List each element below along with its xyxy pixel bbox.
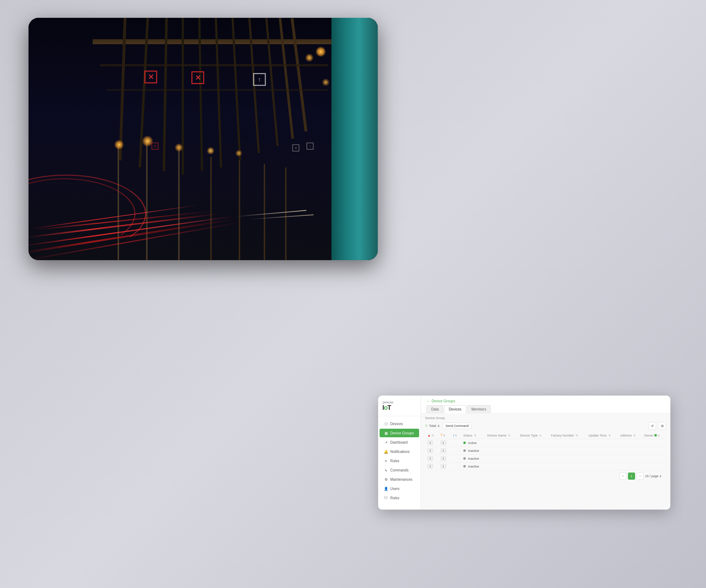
logo-area: QFROW IoT xyxy=(378,401,421,416)
cell-factory-number-1 xyxy=(549,447,586,455)
sidebar-item-dashboard[interactable]: ↗ Dashboard xyxy=(380,438,419,447)
prev-page-button[interactable]: ‹ xyxy=(619,473,627,480)
owner-dot xyxy=(654,434,657,437)
breadcrumb: ← Device Groups xyxy=(427,399,665,403)
cell-info-0 xyxy=(451,439,461,447)
app-panel: QFROW IoT ⬡ Devices ▦ Device Groups ↗ Da… xyxy=(378,396,670,510)
section-label: Device Group xyxy=(425,416,666,420)
cell-info-2 xyxy=(451,455,461,463)
devices-table: ▲⇅ ?⇅ i⇅ Status ⇅ Device Name ⇅ Device T… xyxy=(425,432,666,470)
status-text-1: Inactive xyxy=(468,449,479,453)
col-device-type[interactable]: Device Type ⇅ xyxy=(518,432,549,439)
sidebar-item-label: Dashboard xyxy=(390,440,408,444)
status-dot-0 xyxy=(463,442,466,444)
page-1-button[interactable]: 1 xyxy=(628,473,635,480)
cell-device-name-2 xyxy=(485,455,518,463)
table-row: 1 1 Inactive xyxy=(425,447,666,455)
filter-icon: ▽ xyxy=(425,424,428,428)
devices-icon: ⬡ xyxy=(384,422,388,426)
device-groups-icon: ▦ xyxy=(384,431,388,435)
row-btn-alert-1[interactable]: 1 xyxy=(427,448,433,453)
sidebar-item-label: Roles xyxy=(390,496,400,500)
cell-address-0 xyxy=(618,439,642,447)
col-status[interactable]: Status ⇅ xyxy=(461,432,485,439)
row-btn-warn-1[interactable]: 1 xyxy=(440,448,446,453)
sidebar-item-device-groups[interactable]: ▦ Device Groups xyxy=(380,429,419,437)
bridge-scene: ✕ ✕ ↑ ✕ ✕ ↑ xyxy=(29,18,378,260)
status-dot-2 xyxy=(463,457,466,460)
notification-icon: 🔔 xyxy=(384,449,388,454)
col-info: i⇅ xyxy=(451,432,461,439)
sidebar-item-rules[interactable]: ≡ Rules xyxy=(380,457,419,465)
cell-address-1 xyxy=(618,447,642,455)
cell-warn-1: 1 xyxy=(438,447,451,455)
cell-owner-1 xyxy=(642,447,666,455)
main-content: ← Device Groups Data Devices Members Dev… xyxy=(421,396,670,510)
users-icon: 👤 xyxy=(384,486,388,491)
sidebar-item-devices[interactable]: ⬡ Devices xyxy=(380,419,419,428)
refresh-button[interactable]: ↺ xyxy=(648,422,656,430)
status-text-2: Inactive xyxy=(468,457,479,460)
col-address[interactable]: Address ⇅ xyxy=(618,432,642,439)
col-update-time[interactable]: Update Time ⇅ xyxy=(586,432,618,439)
cell-device-name-3 xyxy=(485,463,518,470)
cell-alert-1: 1 xyxy=(425,447,438,455)
total-count: Total: 4 xyxy=(429,424,439,428)
cell-alert-3: 1 xyxy=(425,463,438,470)
cell-info-1 xyxy=(451,447,461,455)
status-dot-1 xyxy=(463,449,466,452)
monitor: ✕ ✕ ↑ ✕ ✕ ↑ xyxy=(29,18,378,260)
sidebar-item-commands[interactable]: ↳ Commands xyxy=(380,466,419,474)
content-header: ← Device Groups Data Devices Members xyxy=(421,396,670,413)
col-owner[interactable]: Owner ⇅ xyxy=(642,432,666,439)
cell-alert-0: 1 xyxy=(425,439,438,447)
tab-members[interactable]: Members xyxy=(467,405,491,413)
sidebar-item-label: Device Groups xyxy=(390,431,414,435)
table-area: Device Group ▽ Total: 4 Send Command ↺ ⚙… xyxy=(421,413,670,510)
row-btn-warn-2[interactable]: 1 xyxy=(440,456,446,461)
sidebar-item-roles[interactable]: 🛡 Roles xyxy=(380,494,419,502)
cell-factory-number-3 xyxy=(549,463,586,470)
send-command-button[interactable]: Send Command xyxy=(442,423,472,429)
cell-address-2 xyxy=(618,455,642,463)
tab-data[interactable]: Data xyxy=(427,405,443,413)
cell-device-type-1 xyxy=(518,447,549,455)
sidebar-item-label: Users xyxy=(390,487,400,491)
maintenances-icon: ⚙ xyxy=(384,477,388,481)
sidebar-item-notifications[interactable]: 🔔 Notifications xyxy=(380,447,419,456)
cell-owner-0 xyxy=(642,439,666,447)
col-alert: ▲⇅ xyxy=(425,432,438,439)
rules-icon: ≡ xyxy=(384,459,388,463)
cell-info-3 xyxy=(451,463,461,470)
cell-device-name-1 xyxy=(485,447,518,455)
next-page-button[interactable]: › xyxy=(637,473,644,480)
row-btn-alert-2[interactable]: 1 xyxy=(427,456,433,461)
sidebar-item-label: Commands xyxy=(390,468,408,472)
cell-status-0: Active xyxy=(461,439,485,447)
cell-address-3 xyxy=(618,463,642,470)
cell-owner-2 xyxy=(642,455,666,463)
cell-update-time-3 xyxy=(586,463,618,470)
cell-status-2: Inactive xyxy=(461,455,485,463)
breadcrumb-arrow: ← xyxy=(427,399,430,403)
tab-devices[interactable]: Devices xyxy=(444,405,466,413)
brand-name: QFROW xyxy=(382,401,416,404)
cell-update-time-1 xyxy=(586,447,618,455)
row-btn-warn-0[interactable]: 1 xyxy=(440,440,446,445)
sidebar-item-users[interactable]: 👤 Users xyxy=(380,484,419,493)
settings-button[interactable]: ⚙ xyxy=(658,422,666,430)
col-device-name[interactable]: Device Name ⇅ xyxy=(485,432,518,439)
logo-iot: IoT xyxy=(382,404,416,412)
col-factory-number[interactable]: Factory Number ⇅ xyxy=(549,432,586,439)
breadcrumb-text: Device Groups xyxy=(432,399,455,403)
cell-owner-3 xyxy=(642,463,666,470)
cell-device-type-3 xyxy=(518,463,549,470)
row-btn-warn-3[interactable]: 1 xyxy=(440,464,446,469)
row-btn-alert-0[interactable]: 1 xyxy=(427,440,433,445)
sidebar-item-maintenances[interactable]: ⚙ Maintenances xyxy=(380,475,419,484)
sidebar-item-label: Rules xyxy=(390,459,400,463)
dashboard-icon: ↗ xyxy=(384,440,388,444)
col-warn: ?⇅ xyxy=(438,432,451,439)
row-btn-alert-3[interactable]: 1 xyxy=(427,464,433,469)
per-page-selector[interactable]: 15 / page ∨ xyxy=(645,474,662,478)
